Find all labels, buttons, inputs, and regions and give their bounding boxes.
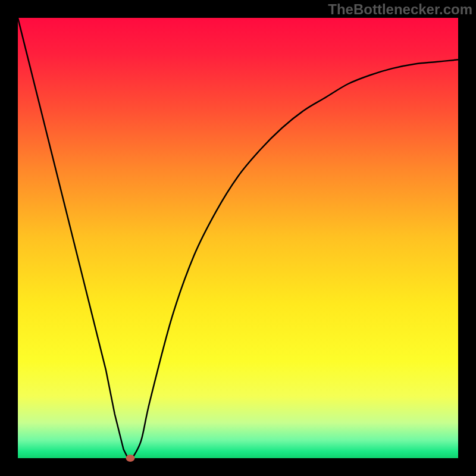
optimal-point-marker [126, 455, 134, 462]
chart-container: TheBottlenecker.com [0, 0, 476, 476]
plot-area [18, 18, 458, 458]
watermark-text: TheBottlenecker.com [328, 1, 472, 18]
bottleneck-curve [18, 18, 458, 458]
